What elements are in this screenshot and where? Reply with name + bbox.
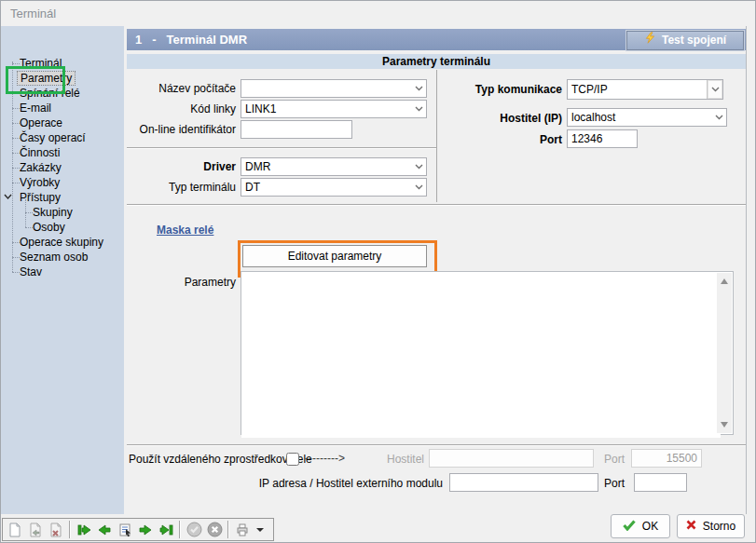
sidebar-item-operace[interactable]: Operace [20,115,62,130]
record-number: 1 [135,33,142,47]
terminal-type-combobox[interactable]: DT [241,178,427,197]
use-remote-mediator-checkbox[interactable] [286,453,299,466]
vertical-scrollbar[interactable] [717,273,732,433]
computer-name-combobox[interactable] [241,79,427,98]
external-module-port-label: Port [585,476,625,491]
sidebar-item-cinnosti[interactable]: Činnosti [20,145,60,160]
remote-host-label: Hostitel [366,452,424,467]
main-panel-right-edge [746,26,747,514]
toolbar-separator [179,521,181,538]
arrow-text: ---------> [305,452,345,465]
sidebar-item-skupiny[interactable]: Skupiny [33,205,73,220]
scroll-up-icon[interactable] [721,278,728,284]
last-record-icon[interactable] [157,521,175,539]
storno-button[interactable]: Storno [677,514,745,538]
chevron-down-icon [411,106,426,112]
toolbar-separator [227,521,229,538]
terminal-type-label: Typ terminálu [129,180,236,195]
host-ip-label: Hostitel (IP) [432,111,562,126]
external-module-port-input[interactable] [634,473,687,492]
parameters-textarea-frame [241,271,734,435]
main-panel: 1-Terminál DMR Test spojení Parametry te… [124,26,755,514]
online-identifier-label: On-line identifikátor [129,122,236,137]
host-ip-combobox[interactable]: localhost [567,108,727,127]
x-icon [686,520,696,533]
chevron-down-icon [411,184,426,190]
chevron-down-icon [411,86,426,91]
line-code-label: Kód linky [129,102,236,116]
sidebar-item-seznam-osob[interactable]: Seznam osob [20,250,88,265]
print-dropdown-caret[interactable] [254,521,265,539]
driver-combobox[interactable]: DMR [241,157,427,176]
first-record-icon[interactable] [75,521,93,539]
window-title: Terminál [1,1,755,26]
sidebar-item-stav[interactable]: Stav [20,265,42,279]
sidebar-item-e-mail[interactable]: E-mail [20,101,51,115]
sidebar-item-parametry[interactable]: Parametry [18,71,75,86]
edit-parameters-button[interactable]: Editovat parametry [242,245,427,267]
chevron-down-icon [707,80,722,99]
delete-record-icon [47,521,65,539]
ok-button[interactable]: OK [611,514,670,538]
parameters-label: Parametry [129,275,236,290]
remote-port-input [631,449,702,468]
sidebar-item-osoby[interactable]: Osoby [33,220,65,235]
browse-records-icon[interactable] [116,521,134,539]
accept-icon [185,521,203,539]
sidebar-item-operace-skupiny[interactable]: Operace skupiny [20,235,103,250]
sidebar-item-vyrobky[interactable]: Výrobky [20,175,60,190]
sidebar: Terminál Parametry Spínání relé E-mail O… [1,26,124,514]
external-module-host-label: IP adresa / Hostitel externího modulu [208,476,443,491]
section-separator [127,204,746,206]
edit-record-icon [26,521,45,539]
communication-type-label: Typ komunikace [432,82,562,97]
left-group-separator [127,147,436,149]
section-header: Parametry terminálu [127,54,746,69]
next-record-icon[interactable] [136,521,155,539]
remote-port-label: Port [585,452,625,467]
record-title: Terminál DMR [167,33,247,47]
sidebar-item-terminal[interactable]: Terminál [20,56,62,71]
scroll-down-icon[interactable] [721,422,728,428]
chevron-down-icon [411,164,426,170]
previous-record-icon[interactable] [95,521,114,539]
port-input[interactable] [567,129,638,148]
external-module-host-input[interactable] [449,473,598,492]
communication-type-combobox[interactable]: TCP/IP [567,79,723,100]
chevron-down-icon[interactable] [4,194,10,200]
chevron-down-icon [711,115,726,120]
check-icon [623,520,636,534]
sidebar-item-spinani-rele[interactable]: Spínání relé [20,86,80,101]
print-icon[interactable] [233,521,252,539]
use-remote-mediator-label: Použít vzdáleného zprostředkovatele [129,452,278,467]
computer-name-label: Název počítače [129,81,236,96]
line-code-combobox[interactable]: LINK1 [241,100,427,118]
sidebar-item-pristupy[interactable]: Přístupy [20,190,61,205]
toolbar-separator [69,521,71,538]
sidebar-item-zakazky[interactable]: Zakázky [20,160,62,175]
record-toolbar [2,518,274,541]
test-connection-button[interactable]: Test spojení [626,31,744,50]
online-identifier-input[interactable] [241,120,352,139]
driver-label: Driver [129,159,236,174]
parameters-textarea[interactable] [241,272,721,438]
cancel-icon[interactable] [205,521,224,539]
record-header-bar: 1-Terminál DMR Test spojení [127,29,746,50]
sidebar-item-casy-operaci[interactable]: Časy operací [20,130,86,145]
remote-host-input [429,449,594,468]
relay-mask-link[interactable]: Maska relé [157,224,213,237]
lightning-icon [644,30,656,51]
new-record-icon [6,521,24,539]
port-label: Port [432,132,562,147]
bottom-separator [127,444,746,446]
